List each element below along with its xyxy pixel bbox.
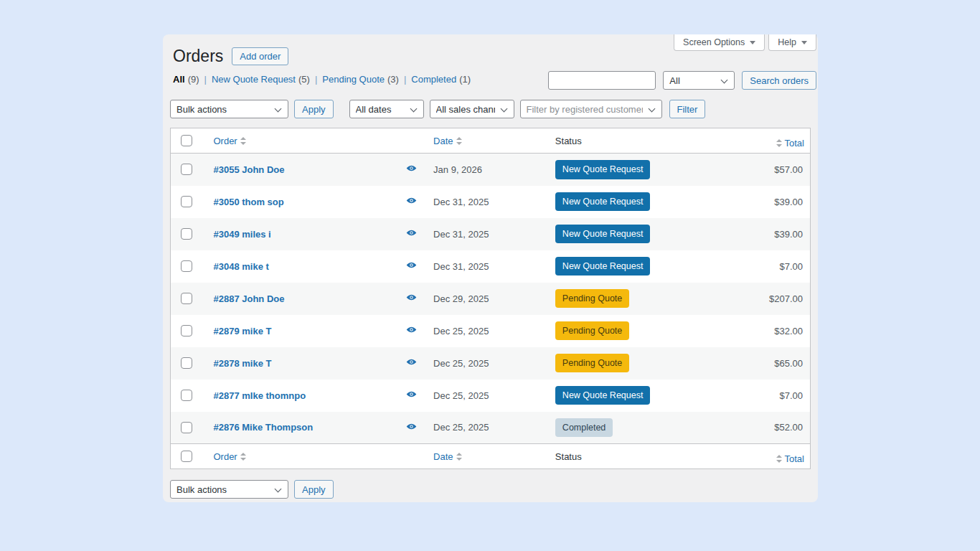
view-new-quote-request: New Quote Request (5) xyxy=(212,74,310,85)
row-checkbox[interactable] xyxy=(181,422,192,433)
add-order-button[interactable]: Add order xyxy=(232,47,288,65)
sort-arrows-icon xyxy=(776,139,782,147)
table-header: Order Date Status Total xyxy=(171,128,811,154)
top-toolbar: Bulk actions Apply All dates All sales c… xyxy=(170,100,705,118)
table-row: #3048 mike t Dec 31, 2025 New Quote Requ… xyxy=(171,250,811,283)
sort-arrows-icon xyxy=(776,455,782,463)
order-link[interactable]: #3050 thom sop xyxy=(213,197,283,207)
search-input[interactable] xyxy=(548,71,656,90)
order-total: $57.00 xyxy=(715,154,811,186)
bottom-toolbar: Bulk actions Apply xyxy=(170,480,334,499)
sort-arrows-icon xyxy=(240,453,246,461)
order-total: $65.00 xyxy=(715,347,811,380)
view-all-link[interactable]: All xyxy=(173,74,185,85)
preview-eye-icon[interactable] xyxy=(406,324,417,335)
row-checkbox[interactable] xyxy=(181,357,192,369)
sort-order-column[interactable]: Order xyxy=(213,136,248,146)
status-view-links: All (9) | New Quote Request (5) | Pendin… xyxy=(173,74,471,85)
order-link[interactable]: #2877 mIke thomnpo xyxy=(213,390,306,401)
page-title: Orders xyxy=(173,46,223,67)
sort-arrows-icon xyxy=(240,137,246,145)
sort-arrows-icon xyxy=(456,453,462,461)
status-column-header: Status xyxy=(550,444,715,469)
row-checkbox[interactable] xyxy=(181,293,192,304)
order-date: Dec 25, 2025 xyxy=(428,380,550,412)
dates-filter-select[interactable]: All dates xyxy=(349,100,424,118)
screen-options-button[interactable]: Screen Options xyxy=(674,34,765,51)
order-link[interactable]: #2879 mike T xyxy=(213,326,271,336)
order-date: Dec 31, 2025 xyxy=(428,250,550,283)
status-badge: Pending Quote xyxy=(555,321,629,341)
sort-order-column[interactable]: Order xyxy=(213,451,248,462)
help-label: Help xyxy=(778,37,796,47)
sort-total-column[interactable]: Total xyxy=(773,453,804,464)
customer-filter-select[interactable]: Filter by registered customer xyxy=(520,100,662,118)
view-completed-count: (1) xyxy=(459,74,471,85)
status-badge: Pending Quote xyxy=(555,289,629,309)
status-badge: New Quote Request xyxy=(555,225,651,244)
order-link[interactable]: #2876 Mike Thompson xyxy=(213,422,313,433)
view-completed-link[interactable]: Completed xyxy=(411,74,456,85)
order-link[interactable]: #3048 mike t xyxy=(213,261,268,272)
filter-button[interactable]: Filter xyxy=(669,100,706,118)
preview-eye-icon[interactable] xyxy=(406,195,417,206)
screen-meta: Screen Options Help xyxy=(674,34,816,51)
sort-date-column[interactable]: Date xyxy=(433,451,464,462)
order-date: Dec 25, 2025 xyxy=(428,412,550,444)
sort-date-column[interactable]: Date xyxy=(433,136,464,146)
preview-eye-icon[interactable] xyxy=(406,357,417,367)
search-orders-button[interactable]: Search orders xyxy=(742,71,816,90)
row-checkbox[interactable] xyxy=(181,260,192,272)
sales-channels-select[interactable]: All sales channels xyxy=(430,100,514,118)
sort-arrows-icon xyxy=(456,137,462,145)
preview-eye-icon[interactable] xyxy=(406,389,417,400)
view-pending-quote-link[interactable]: Pending Quote xyxy=(322,74,385,85)
status-column-header: Status xyxy=(550,128,715,154)
order-date: Jan 9, 2026 xyxy=(428,154,550,186)
view-completed: Completed (1) xyxy=(411,74,471,85)
table-body: #3055 John Doe Jan 9, 2026 New Quote Req… xyxy=(171,154,811,444)
view-new-quote-request-link[interactable]: New Quote Request xyxy=(212,74,296,85)
table-row: #3055 John Doe Jan 9, 2026 New Quote Req… xyxy=(171,154,811,186)
apply-button[interactable]: Apply xyxy=(294,100,334,118)
bulk-actions-select-bottom[interactable]: Bulk actions xyxy=(170,480,288,499)
row-checkbox[interactable] xyxy=(181,325,192,336)
preview-eye-icon[interactable] xyxy=(406,421,417,432)
order-total: $207.00 xyxy=(715,283,811,315)
table-row: #2878 mike T Dec 25, 2025 Pending Quote … xyxy=(171,347,811,380)
apply-button-bottom[interactable]: Apply xyxy=(294,480,334,499)
order-total: $52.00 xyxy=(715,412,811,444)
table-footer: Order Date Status Total xyxy=(171,444,811,469)
preview-eye-icon[interactable] xyxy=(406,163,417,174)
status-badge: New Quote Request xyxy=(555,160,651,179)
orders-admin-panel: Screen Options Help Orders Add order All… xyxy=(163,34,818,502)
preview-eye-icon[interactable] xyxy=(406,227,417,238)
order-link[interactable]: #3055 John Doe xyxy=(213,164,284,175)
orders-table: Order Date Status Total xyxy=(170,128,811,469)
status-badge: Completed xyxy=(555,418,613,438)
order-link[interactable]: #2887 John Doe xyxy=(213,293,284,304)
sort-total-column[interactable]: Total xyxy=(773,138,804,149)
row-checkbox[interactable] xyxy=(181,228,192,240)
table-row: #2877 mIke thomnpo Dec 25, 2025 New Quot… xyxy=(171,380,811,412)
preview-eye-icon[interactable] xyxy=(406,260,417,270)
view-pending-quote-count: (3) xyxy=(387,74,399,85)
bulk-actions-select[interactable]: Bulk actions xyxy=(170,100,288,118)
select-all-checkbox[interactable] xyxy=(181,135,192,146)
view-pending-quote: Pending Quote (3) xyxy=(322,74,399,85)
search-type-select[interactable]: All xyxy=(663,71,735,90)
order-date: Dec 29, 2025 xyxy=(428,283,550,315)
order-date: Dec 25, 2025 xyxy=(428,347,550,380)
order-link[interactable]: #3049 miles i xyxy=(213,229,270,240)
row-checkbox[interactable] xyxy=(181,390,192,401)
preview-eye-icon[interactable] xyxy=(406,292,417,303)
row-checkbox[interactable] xyxy=(181,164,192,175)
screen-options-label: Screen Options xyxy=(683,37,745,47)
order-total: $32.00 xyxy=(715,315,811,347)
row-checkbox[interactable] xyxy=(181,196,192,207)
help-button[interactable]: Help xyxy=(768,34,816,51)
view-all-count: (9) xyxy=(188,74,199,85)
order-total: $39.00 xyxy=(715,218,811,250)
select-all-checkbox[interactable] xyxy=(181,451,192,462)
order-link[interactable]: #2878 mike T xyxy=(213,358,271,369)
